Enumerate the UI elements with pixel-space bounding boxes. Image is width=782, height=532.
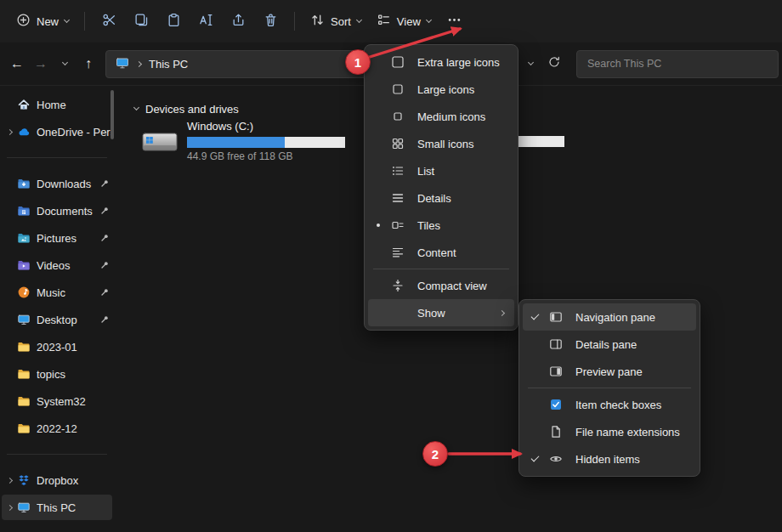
share-button[interactable] — [222, 7, 254, 36]
breadcrumb[interactable]: This PC — [149, 58, 188, 71]
back-button[interactable]: ← — [5, 51, 29, 76]
sidebar-item-2022-12[interactable]: 2022-12 — [2, 416, 112, 441]
view-button[interactable]: View — [369, 7, 439, 36]
copy-icon — [134, 13, 149, 30]
view-option-medium-icons[interactable]: Medium icons — [368, 103, 514, 130]
command-bar: New — [0, 0, 782, 42]
preview-pane-icon — [545, 365, 567, 378]
medium-icons-icon — [387, 110, 409, 123]
sidebar-item-music[interactable]: Music — [2, 280, 112, 305]
music-icon — [15, 286, 32, 299]
sidebar-item-videos[interactable]: Videos — [2, 252, 112, 278]
sidebar-item-label: Dropbox — [37, 474, 112, 487]
sidebar-item-system32[interactable]: System32 — [2, 388, 112, 414]
this-pc-icon — [116, 56, 129, 72]
copy-button[interactable] — [125, 7, 157, 36]
submenu-item-details-pane[interactable]: Details pane — [523, 331, 696, 358]
view-option-tiles[interactable]: Tiles — [368, 212, 514, 239]
downloads-folder-icon — [15, 177, 32, 190]
annotation-step-1-badge: 1 — [345, 49, 371, 75]
submenu-item-hidden-items[interactable]: Hidden items — [523, 445, 696, 473]
forward-button[interactable]: → — [29, 51, 53, 76]
show-submenu-item[interactable]: Show — [368, 299, 514, 326]
more-options-button[interactable] — [439, 7, 471, 36]
address-dropdown-button[interactable] — [518, 51, 542, 76]
file-explorer-window: New — [0, 0, 782, 532]
view-option-small-icons[interactable]: Small icons — [368, 130, 514, 157]
toolbar-divider — [294, 12, 295, 31]
collapse-chevron-icon — [133, 104, 139, 110]
item-check-boxes-icon — [545, 398, 567, 411]
sidebar-scrollbar-thumb[interactable] — [110, 90, 114, 139]
drive-usage-fill — [187, 137, 285, 148]
sidebar-item-label: Downloads — [37, 178, 98, 190]
search-box — [576, 50, 779, 78]
tiles-icon — [387, 218, 409, 232]
recent-locations-button[interactable] — [53, 51, 76, 76]
sidebar-item-onedrive[interactable]: OneDrive - Perso — [2, 119, 112, 144]
new-button[interactable]: New — [8, 7, 76, 36]
view-option-details[interactable]: Details — [368, 184, 514, 212]
sidebar-item-this-pc[interactable]: This PC — [2, 495, 112, 520]
sidebar-item-downloads[interactable]: Downloads — [2, 171, 112, 196]
up-arrow-icon: ↑ — [85, 56, 92, 71]
share-icon — [231, 13, 246, 30]
sidebar-item-dropbox[interactable]: Dropbox — [2, 467, 112, 493]
rename-icon — [199, 13, 213, 30]
dropbox-icon — [15, 473, 32, 487]
menu-item-label: Small icons — [409, 138, 473, 150]
menu-divider — [373, 269, 509, 269]
folder-icon — [15, 394, 32, 408]
section-title: Devices and drives — [145, 103, 239, 116]
submenu-item-preview-pane[interactable]: Preview pane — [523, 358, 696, 385]
search-input[interactable] — [587, 58, 768, 70]
submenu-item-file-name-extensions[interactable]: File name extensions — [523, 418, 696, 445]
breadcrumb-chevron-icon — [136, 60, 142, 66]
sidebar-item-label: 2023-01 — [37, 341, 112, 354]
sort-button[interactable]: Sort — [303, 7, 369, 36]
paste-button[interactable] — [157, 7, 190, 36]
menu-item-label: Details — [409, 192, 451, 205]
sidebar-item-desktop[interactable]: Desktop — [2, 307, 112, 332]
extra-large-icons-icon — [387, 55, 409, 69]
sidebar-item-documents[interactable]: Documents — [2, 198, 112, 224]
view-option-content[interactable]: Content — [368, 239, 514, 266]
sidebar-item-label: topics — [37, 368, 112, 381]
sidebar-item-label: 2022-12 — [37, 422, 112, 435]
up-button[interactable]: ↑ — [76, 51, 100, 76]
sidebar-item-home[interactable]: Home — [2, 92, 112, 117]
this-pc-icon — [15, 501, 32, 514]
details-icon — [387, 191, 409, 205]
pin-icon — [98, 314, 110, 325]
sort-button-label: Sort — [331, 15, 351, 28]
menu-divider — [528, 388, 691, 388]
sidebar-item-topics[interactable]: topics — [2, 361, 112, 387]
videos-folder-icon — [15, 258, 32, 272]
cut-button[interactable] — [93, 7, 125, 36]
sidebar-item-label: Pictures — [37, 232, 98, 245]
expand-chevron-icon — [3, 506, 15, 510]
more-options-icon — [447, 13, 462, 30]
sidebar-item-label: Music — [37, 286, 98, 299]
menu-item-label: Details pane — [567, 338, 637, 351]
pin-icon — [98, 287, 110, 297]
menu-item-label: Hidden items — [567, 453, 640, 466]
content-icon — [387, 246, 409, 259]
compact-view-icon — [387, 279, 409, 292]
view-option-compact-view[interactable]: Compact view — [368, 272, 514, 299]
navigation-pane-icon — [545, 310, 567, 324]
view-option-large-icons[interactable]: Large icons — [368, 76, 514, 103]
view-option-extra-large-icons[interactable]: Extra large icons — [368, 48, 514, 76]
large-icons-icon — [387, 82, 409, 96]
sidebar-item-2023-01[interactable]: 2023-01 — [2, 334, 112, 359]
refresh-icon — [547, 55, 561, 72]
refresh-button[interactable] — [542, 51, 566, 76]
submenu-item-navigation-pane[interactable]: Navigation pane — [523, 303, 696, 331]
submenu-item-item-check-boxes[interactable]: Item check boxes — [523, 391, 696, 418]
delete-button[interactable] — [254, 7, 286, 36]
sidebar-item-pictures[interactable]: Pictures — [2, 225, 112, 251]
view-option-list[interactable]: List — [368, 157, 514, 184]
show-submenu: Navigation pane Details pane Preview pan… — [518, 299, 700, 477]
menu-item-label: Extra large icons — [409, 56, 500, 69]
rename-button[interactable] — [190, 7, 222, 36]
